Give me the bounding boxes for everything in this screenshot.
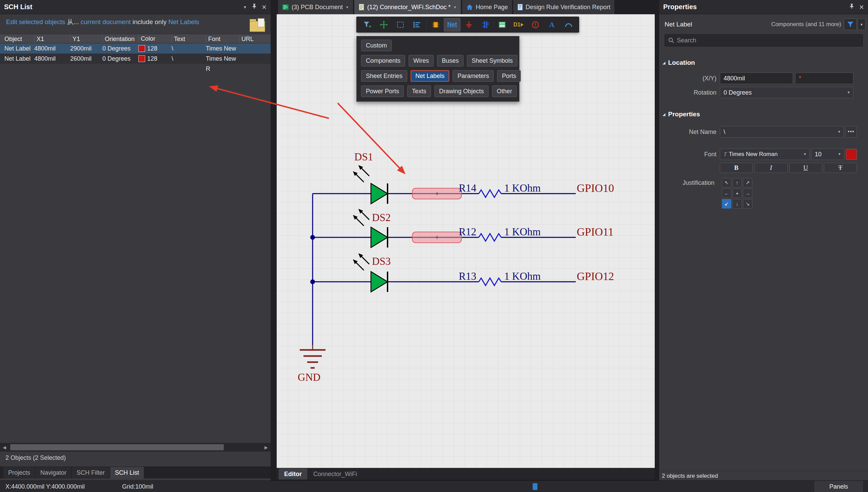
- wires[interactable]: [313, 194, 576, 345]
- column-color[interactable]: Color: [138, 34, 172, 43]
- justify-top-left-button[interactable]: ↖: [722, 178, 731, 188]
- column-orientation[interactable]: Orientation: [102, 34, 138, 43]
- scope-text[interactable]: 从...: [67, 18, 79, 25]
- designator-icon[interactable]: D1: [510, 18, 527, 32]
- filter-button-texts[interactable]: Texts: [407, 85, 431, 97]
- filter-button-custom[interactable]: Custom: [361, 40, 392, 51]
- location-section-header[interactable]: ◢ Location: [663, 59, 695, 66]
- justify-bottom-right-button[interactable]: ↘: [743, 199, 752, 209]
- underline-button[interactable]: U: [789, 163, 822, 173]
- chevron-down-icon[interactable]: ▼: [453, 5, 457, 9]
- value-r12[interactable]: 1 KOhm: [504, 226, 541, 238]
- filter-button-buses[interactable]: Buses: [437, 55, 463, 66]
- column-url[interactable]: URL: [239, 34, 266, 43]
- gnd-label[interactable]: GND: [298, 371, 320, 383]
- schematic-editor-canvas[interactable]: DS1 DS2 DS3 R14 1 KOhm R12 1 KOhm R13 1 …: [277, 14, 655, 468]
- tab-connector-wifi-schdoc[interactable]: (12) Connector_WiFi.SchDoc * ▼: [354, 0, 461, 14]
- selection-filter-icon[interactable]: [359, 18, 375, 32]
- scroll-left-icon[interactable]: ◀: [0, 445, 9, 450]
- designator-ds3[interactable]: DS3: [372, 255, 391, 267]
- tab-design-rule-verification-report[interactable]: Design Rule Verification Report: [513, 0, 614, 14]
- net-name-dropdown[interactable]: \ ▼: [720, 126, 844, 138]
- move-selection-icon[interactable]: [375, 18, 392, 32]
- text-tool-icon[interactable]: A: [544, 18, 560, 32]
- designator-r14[interactable]: R14: [459, 182, 476, 194]
- filter-button-other[interactable]: Other: [492, 85, 517, 97]
- designator-ds2[interactable]: DS2: [372, 212, 391, 223]
- filter-button-power-ports[interactable]: Power Ports: [361, 85, 404, 97]
- gnd-symbol[interactable]: [300, 345, 326, 368]
- designator-ds1[interactable]: DS1: [354, 151, 373, 163]
- document-scope-link[interactable]: current document: [81, 18, 131, 25]
- filter-button-sheet-entries[interactable]: Sheet Entries: [361, 70, 407, 82]
- bus-icon[interactable]: [477, 18, 494, 32]
- font-size-dropdown[interactable]: 10 ▼: [811, 149, 844, 160]
- close-icon[interactable]: ×: [859, 4, 864, 11]
- selected-net-label-highlights[interactable]: [412, 188, 461, 243]
- filter-button-sheet-symbols[interactable]: Sheet Symbols: [467, 55, 517, 66]
- component-icon[interactable]: [427, 18, 444, 32]
- column-font[interactable]: Font: [206, 34, 239, 43]
- tab-projects[interactable]: Projects: [3, 467, 35, 478]
- parameter-icon[interactable]: [527, 18, 544, 32]
- justify-bottom-left-button[interactable]: ↙: [722, 199, 731, 209]
- column-y1[interactable]: Y1: [70, 34, 102, 43]
- net-name-more-button[interactable]: •••: [845, 126, 857, 138]
- justify-left-button[interactable]: ←: [722, 189, 731, 198]
- font-family-dropdown[interactable]: TTimes New Roman ▼: [720, 149, 810, 160]
- justify-bottom-button[interactable]: ↓: [732, 199, 742, 209]
- table-row[interactable]: Net Label 4800mil 2600mil 0 Degrees 128 …: [0, 54, 271, 64]
- designator-r12[interactable]: R12: [459, 226, 476, 238]
- justify-top-right-button[interactable]: ↗: [743, 178, 752, 188]
- strikethrough-button[interactable]: T: [824, 163, 857, 173]
- scrollbar-thumb[interactable]: [10, 444, 224, 450]
- filter-button-components[interactable]: Components: [361, 55, 405, 66]
- net-label-gpio11[interactable]: GPIO11: [577, 226, 614, 238]
- justify-right-button[interactable]: →: [743, 189, 752, 198]
- value-r13[interactable]: 1 KOhm: [504, 270, 541, 282]
- sheet-symbol-icon[interactable]: [494, 18, 510, 32]
- justify-center-button[interactable]: ●: [732, 189, 742, 198]
- tab-sch-list[interactable]: SCH List: [110, 467, 144, 478]
- rotation-dropdown[interactable]: 0 Degrees ▼: [720, 87, 853, 98]
- net-label-gpio12[interactable]: GPIO12: [577, 270, 614, 282]
- table-row[interactable]: Net Label 4800mil 2900mil 0 Degrees 128 …: [0, 43, 271, 54]
- tab-navigator[interactable]: Navigator: [36, 467, 71, 478]
- column-text[interactable]: Text: [172, 34, 206, 43]
- properties-search[interactable]: [665, 34, 863, 46]
- column-object-kind[interactable]: Object Kind: [0, 34, 34, 43]
- tab-editor[interactable]: Editor: [279, 468, 307, 479]
- object-type-link[interactable]: Net Labels: [168, 18, 199, 25]
- tab-sch-filter[interactable]: SCH Filter: [72, 467, 110, 478]
- search-input[interactable]: [677, 37, 859, 44]
- properties-section-header[interactable]: ◢ Properties: [663, 111, 700, 118]
- net-label-tool-icon[interactable]: Net: [444, 18, 460, 32]
- filter-button-drawing-objects[interactable]: Drawing Objects: [434, 85, 489, 97]
- value-r14[interactable]: 1 KOhm: [504, 182, 541, 194]
- arc-tool-icon[interactable]: [560, 18, 577, 32]
- tab-connector-wifi[interactable]: Connector_WiFi: [308, 468, 362, 479]
- tab-pcb-document[interactable]: (3) PCB Document ▼: [278, 0, 353, 14]
- italic-button[interactable]: I: [754, 163, 787, 173]
- panel-menu-icon[interactable]: ▼: [243, 5, 247, 9]
- filter-button-wires[interactable]: Wires: [409, 55, 434, 66]
- lasso-select-icon[interactable]: [392, 18, 409, 32]
- justify-top-button[interactable]: ↑: [732, 178, 742, 188]
- scroll-right-icon[interactable]: ▶: [262, 445, 271, 450]
- filter-button-net-labels[interactable]: Net Labels: [411, 70, 449, 82]
- x-coordinate-field[interactable]: 4800mil: [720, 73, 793, 84]
- filter-funnel-button[interactable]: [844, 19, 857, 30]
- pin-icon[interactable]: [849, 3, 854, 11]
- led-symbol-ds1[interactable]: [354, 166, 388, 204]
- designator-r13[interactable]: R13: [459, 270, 476, 282]
- filter-button-ports[interactable]: Ports: [497, 70, 521, 82]
- tab-home-page[interactable]: Home Page: [462, 0, 512, 14]
- align-icon[interactable]: [409, 18, 425, 32]
- column-x1[interactable]: X1: [34, 34, 70, 43]
- net-label-gpio10[interactable]: GPIO10: [577, 182, 614, 194]
- panels-button[interactable]: Panels: [814, 481, 864, 492]
- pin-icon[interactable]: [252, 3, 257, 11]
- horizontal-scrollbar[interactable]: ◀ ▶: [0, 443, 271, 452]
- bold-button[interactable]: B: [720, 163, 753, 173]
- folder-icon[interactable]: [250, 18, 265, 32]
